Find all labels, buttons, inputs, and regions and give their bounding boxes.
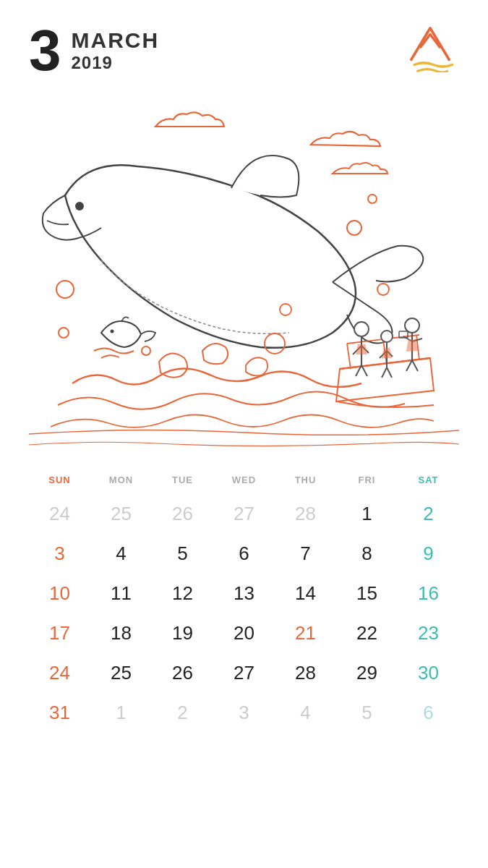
svg-line-31 [412,360,418,371]
calendar-cell: 12 [152,575,213,612]
calendar-cell: 24 [29,495,90,532]
svg-point-6 [377,284,389,295]
calendar-cell: 30 [398,655,459,692]
calendar-cell: 27 [213,655,275,692]
svg-point-26 [405,318,419,333]
logo-icon [401,22,459,72]
calendar-cell: 14 [275,575,336,612]
svg-line-24 [382,367,387,378]
calendar-cell: 13 [213,575,275,612]
calendar-cell: 11 [90,575,152,612]
calendar-cell: 2 [398,495,459,532]
svg-point-1 [111,330,114,333]
calendar-cell: 27 [213,495,275,532]
calendar-cell: 1 [90,694,152,731]
day-label-sat: SAT [398,470,459,490]
calendar-cell: 6 [213,535,275,572]
svg-line-30 [406,360,412,371]
calendar-cell: 9 [398,535,459,572]
calendar-cell: 7 [275,535,336,572]
header: 3 MARCH 2019 [29,22,459,80]
calendar-cell: 29 [336,655,398,692]
calendar-row: 17181920212223 [29,615,459,652]
svg-point-4 [347,221,361,235]
svg-point-2 [56,281,74,298]
svg-point-7 [142,346,150,355]
svg-line-19 [361,365,367,376]
month-number: 3 [29,22,61,80]
calendar-cell: 23 [398,615,459,652]
calendar-cell: 10 [29,575,90,612]
calendar-cell: 31 [29,694,90,731]
svg-point-14 [354,322,369,336]
day-label-sun: SUN [29,470,90,490]
day-label-mon: MON [90,470,152,490]
calendar-cell: 19 [152,615,213,652]
svg-point-3 [59,328,69,338]
calendar-header: SUN MON TUE WED THU FRI SAT [29,470,459,490]
year: 2019 [72,53,160,73]
calendar-cell: 24 [29,655,90,692]
calendar-cell: 5 [336,694,398,731]
page: 3 MARCH 2019 [0,0,488,868]
calendar-cell: 20 [213,615,275,652]
illustration [29,87,459,463]
calendar-cell: 21 [275,615,336,652]
svg-point-5 [368,195,377,203]
calendar-cell: 16 [398,575,459,612]
calendar-cell: 8 [336,535,398,572]
calendar-cell: 15 [336,575,398,612]
calendar-row: 31123456 [29,694,459,731]
calendar-cell: 26 [152,655,213,692]
month-name: MARCH [72,28,160,53]
header-left: 3 MARCH 2019 [29,22,159,80]
calendar-row: 10111213141516 [29,575,459,612]
calendar-cell: 25 [90,495,152,532]
day-label-tue: TUE [152,470,213,490]
calendar-cell: 26 [152,495,213,532]
day-label-fri: FRI [336,470,398,490]
calendar-cell: 3 [213,694,275,731]
svg-line-25 [387,367,392,378]
svg-point-0 [76,203,83,210]
month-text: MARCH 2019 [72,28,160,73]
calendar-cell: 3 [29,535,90,572]
calendar-row: 3456789 [29,535,459,572]
calendar-cell: 2 [152,694,213,731]
svg-point-20 [381,331,393,342]
calendar-cell: 6 [398,694,459,731]
calendar-row: 24252627282930 [29,655,459,692]
calendar-cell: 28 [275,655,336,692]
calendar-cell: 4 [275,694,336,731]
calendar-cell: 28 [275,495,336,532]
calendar-cell: 1 [336,495,398,532]
day-label-wed: WED [213,470,275,490]
calendar-row: 242526272812 [29,495,459,532]
calendar-body: 2425262728123456789101112131415161718192… [29,495,459,731]
calendar-cell: 17 [29,615,90,652]
calendar-cell: 4 [90,535,152,572]
calendar-cell: 5 [152,535,213,572]
calendar-cell: 25 [90,655,152,692]
day-label-thu: THU [275,470,336,490]
calendar: SUN MON TUE WED THU FRI SAT 242526272812… [29,470,459,731]
calendar-cell: 18 [90,615,152,652]
svg-line-10 [347,344,351,369]
calendar-cell: 22 [336,615,398,652]
